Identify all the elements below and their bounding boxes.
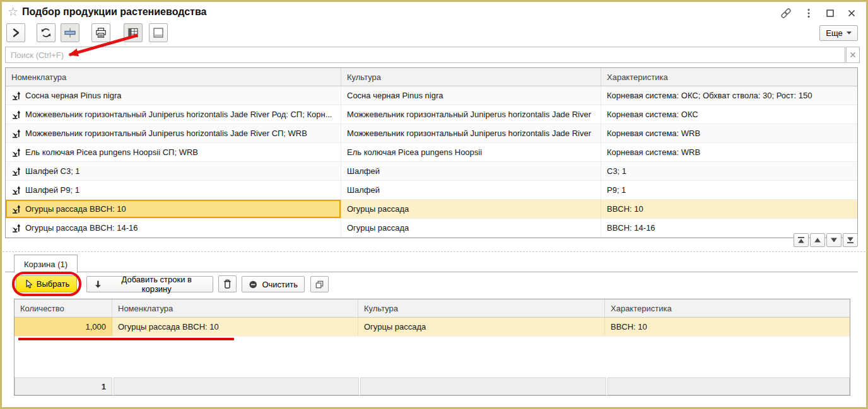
- plant-icon: [11, 129, 21, 139]
- nomenclature-text: Огурцы рассада BBCH: 14-16: [25, 223, 138, 233]
- cell-nomenclature: Огурцы рассада BBCH: 10: [6, 200, 341, 218]
- table-row[interactable]: Ель колючая Picea pungens Hoopsii СП; WR…: [6, 143, 857, 162]
- column-header-characteristic[interactable]: Характеристика: [605, 299, 850, 317]
- footer-toggle-button[interactable]: [149, 23, 168, 42]
- column-header-nomenclature[interactable]: Номенклатура: [6, 68, 341, 86]
- plant-icon: [11, 166, 21, 176]
- print-icon: [95, 26, 107, 39]
- cell-culture: Шалфей: [341, 181, 601, 199]
- cell-culture: Огурцы рассада: [341, 219, 601, 237]
- cell-characteristic: Корневая система: WRB: [601, 143, 857, 161]
- add-rows-button-label: Добавить строки в корзину: [107, 275, 206, 294]
- clear-x-icon: [848, 50, 857, 59]
- close-icon[interactable]: [846, 8, 857, 19]
- cell-characteristic: Корневая система: WRB: [601, 124, 857, 142]
- plant-icon: [11, 147, 21, 158]
- annotation-underline: [18, 338, 234, 340]
- column-header-quantity[interactable]: Количество: [15, 299, 112, 317]
- cell-characteristic: BBCH: 10: [605, 318, 850, 336]
- minus-circle-icon: [249, 279, 257, 290]
- plant-icon: [11, 110, 21, 120]
- column-header-nomenclature[interactable]: Номенклатура: [112, 299, 358, 317]
- cell-quantity[interactable]: 1,000: [15, 318, 112, 336]
- triangle-down-icon: [829, 236, 839, 245]
- app-window: ☆ Подбор продукции растениеводства: [0, 0, 868, 409]
- cell-nomenclature: Сосна черная Pinus nigra: [6, 86, 341, 105]
- plant-icon: [11, 204, 21, 214]
- clear-basket-button[interactable]: Очистить: [242, 276, 305, 292]
- overlapping-windows-icon: [314, 279, 325, 290]
- cursor-icon: [23, 279, 34, 289]
- select-button[interactable]: Выбрать: [16, 275, 77, 292]
- table-row[interactable]: Можжевельник горизонтальный Juniperus ho…: [6, 105, 857, 124]
- table-row[interactable]: Можжевельник горизонтальный Juniperus ho…: [6, 124, 857, 143]
- fit-width-button[interactable]: [61, 23, 79, 42]
- table-row[interactable]: Шалфей P9; 1ШалфейP9; 1: [6, 181, 857, 200]
- products-table-header: Номенклатура Культура Характеристика: [6, 68, 857, 86]
- link-icon[interactable]: [779, 7, 793, 20]
- footer-cell: [607, 377, 850, 395]
- row-down-button[interactable]: [826, 233, 842, 247]
- go-last-row-button[interactable]: [843, 233, 858, 247]
- open-in-window-button[interactable]: [310, 276, 329, 292]
- cell-culture: Ель колючая Picea pungens Hoopsii: [341, 143, 601, 161]
- go-first-icon: [796, 236, 806, 245]
- table-row[interactable]: Сосна черная Pinus nigraСосна черная Pin…: [6, 86, 857, 105]
- cell-nomenclature: Можжевельник горизонтальный Juniperus ho…: [6, 105, 341, 124]
- column-header-culture[interactable]: Культура: [358, 299, 605, 317]
- row-up-button[interactable]: [810, 233, 825, 247]
- cell-characteristic: C3; 1: [601, 162, 857, 180]
- nav-forward-button[interactable]: [6, 23, 25, 42]
- cell-nomenclature: Огурцы рассада BBCH: 14-16: [6, 219, 341, 237]
- plant-icon: [11, 223, 21, 233]
- cell-nomenclature: Ель колючая Picea pungens Hoopsii СП; WR…: [6, 143, 341, 161]
- trash-icon: [221, 278, 233, 290]
- maximize-icon[interactable]: [824, 8, 836, 19]
- table-settings-button[interactable]: [124, 23, 143, 42]
- column-header-characteristic[interactable]: Характеристика: [601, 68, 857, 86]
- nomenclature-text: Можжевельник горизонтальный Juniperus ho…: [25, 129, 307, 138]
- plant-icon: [11, 185, 21, 195]
- basket-row[interactable]: 1,000Огурцы рассада BBCH: 10Огурцы расса…: [15, 318, 850, 337]
- cell-nomenclature: Шалфей P9; 1: [6, 181, 341, 199]
- cell-nomenclature: Огурцы рассада BBCH: 10: [112, 318, 358, 336]
- table-row[interactable]: Огурцы рассада BBCH: 14-16Огурцы рассада…: [6, 219, 857, 238]
- cell-culture: Можжевельник горизонтальный Juniperus ho…: [341, 105, 601, 124]
- table-row[interactable]: Шалфей C3; 1ШалфейC3; 1: [6, 162, 857, 181]
- tab-basket[interactable]: Корзина (1): [14, 255, 78, 273]
- cell-characteristic: Корневая система: ОКС; Обхват ствола: 30…: [601, 86, 857, 105]
- cell-culture: Можжевельник горизонтальный Juniperus ho…: [341, 124, 601, 142]
- cell-nomenclature: Шалфей C3; 1: [6, 162, 341, 180]
- products-table: Номенклатура Культура Характеристика Сос…: [5, 67, 858, 238]
- basket-table: Количество Номенклатура Культура Характе…: [14, 299, 850, 396]
- kebab-menu-icon[interactable]: [803, 7, 814, 20]
- arrow-down-icon: [93, 279, 103, 289]
- basket-table-header: Количество Номенклатура Культура Характе…: [15, 299, 850, 318]
- more-button[interactable]: Еще: [819, 25, 858, 41]
- go-first-row-button[interactable]: [794, 233, 809, 247]
- nomenclature-text: Сосна черная Pinus nigra: [25, 91, 121, 100]
- column-header-culture[interactable]: Культура: [341, 68, 601, 86]
- table-row[interactable]: Огурцы рассада BBCH: 10Огурцы рассадаBBC…: [6, 200, 857, 219]
- cell-characteristic: Корневая система: ОКС: [601, 105, 857, 124]
- fit-width-icon: [64, 26, 76, 39]
- search-clear-button[interactable]: [846, 47, 860, 63]
- cell-culture: Сосна черная Pinus nigra: [341, 86, 601, 105]
- favorite-star-icon[interactable]: ☆: [8, 4, 18, 20]
- products-table-rows: Сосна черная Pinus nigraСосна черная Pin…: [6, 86, 857, 238]
- add-rows-to-basket-button[interactable]: Добавить строки в корзину: [86, 276, 213, 292]
- search-input[interactable]: [5, 47, 845, 63]
- footer-cell: [360, 377, 606, 395]
- chevron-down-icon: [847, 32, 852, 35]
- nomenclature-text: Огурцы рассада BBCH: 10: [25, 204, 126, 214]
- nomenclature-text: Шалфей C3; 1: [25, 166, 80, 176]
- nomenclature-text: Шалфей P9; 1: [25, 185, 79, 195]
- print-button[interactable]: [91, 23, 110, 42]
- nomenclature-text: Ель колючая Picea pungens Hoopsii СП; WR…: [25, 147, 198, 157]
- plant-icon: [11, 166, 21, 176]
- triangle-up-icon: [812, 236, 823, 245]
- delete-row-button[interactable]: [218, 275, 237, 292]
- refresh-button[interactable]: [37, 23, 56, 42]
- basket-table-footer: 1: [15, 377, 850, 395]
- cell-culture: Шалфей: [341, 162, 601, 180]
